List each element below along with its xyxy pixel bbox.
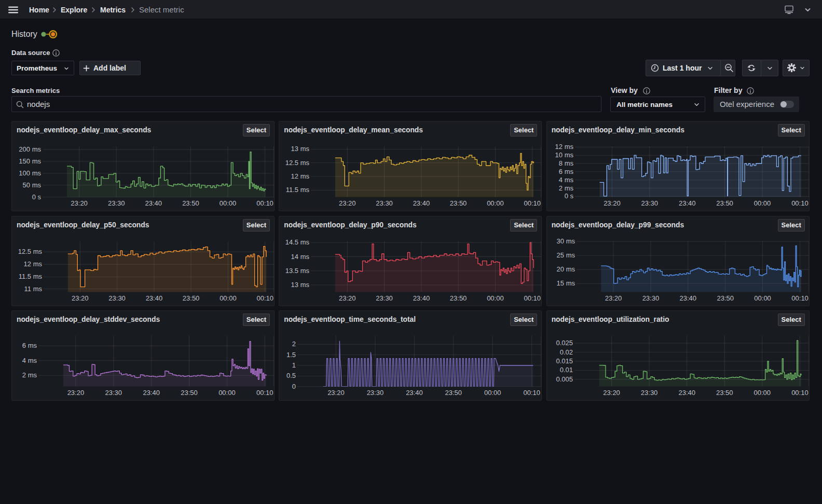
svg-text:23:40: 23:40 [679, 199, 696, 207]
svg-text:00:00: 00:00 [754, 389, 771, 397]
svg-text:00:10: 00:10 [256, 294, 273, 302]
svg-text:23:30: 23:30 [376, 199, 393, 207]
svg-text:00:00: 00:00 [754, 199, 771, 207]
svg-text:0.02: 0.02 [559, 348, 572, 356]
svg-text:23:40: 23:40 [406, 389, 423, 397]
svg-text:23:40: 23:40 [678, 389, 695, 397]
svg-text:13 ms: 13 ms [291, 281, 310, 289]
svg-text:23:30: 23:30 [105, 389, 122, 397]
svg-text:100 ms: 100 ms [19, 169, 41, 177]
svg-text:25 ms: 25 ms [556, 251, 575, 259]
svg-text:0.015: 0.015 [556, 357, 573, 365]
svg-text:00:00: 00:00 [220, 199, 237, 207]
svg-text:23:20: 23:20 [327, 389, 345, 397]
svg-text:23:50: 23:50 [183, 294, 200, 302]
svg-text:23:40: 23:40 [146, 294, 163, 302]
svg-text:23:20: 23:20 [67, 389, 85, 397]
svg-text:00:10: 00:10 [256, 389, 273, 397]
svg-text:23:20: 23:20 [71, 199, 88, 207]
svg-text:23:20: 23:20 [603, 389, 620, 397]
svg-text:00:00: 00:00 [754, 294, 771, 302]
svg-text:50 ms: 50 ms [23, 181, 42, 189]
svg-text:23:50: 23:50 [445, 389, 462, 397]
svg-text:6 ms: 6 ms [559, 168, 574, 175]
svg-text:150 ms: 150 ms [19, 157, 41, 165]
svg-text:0: 0 [292, 383, 296, 390]
svg-text:2 ms: 2 ms [22, 371, 37, 379]
svg-text:14.5 ms: 14.5 ms [285, 238, 310, 246]
svg-text:00:10: 00:10 [791, 294, 809, 302]
svg-text:10 ms: 10 ms [555, 151, 573, 159]
svg-text:23:20: 23:20 [339, 294, 356, 302]
svg-text:23:30: 23:30 [108, 294, 126, 302]
svg-text:23:50: 23:50 [716, 389, 733, 397]
svg-text:00:10: 00:10 [524, 294, 541, 302]
svg-text:11.5 ms: 11.5 ms [19, 273, 43, 280]
svg-text:23:40: 23:40 [145, 199, 162, 207]
svg-text:00:10: 00:10 [524, 389, 541, 397]
svg-text:23:50: 23:50 [450, 199, 467, 207]
svg-text:1: 1 [292, 361, 296, 369]
svg-text:23:30: 23:30 [641, 389, 658, 397]
svg-text:15 ms: 15 ms [556, 279, 575, 287]
svg-text:00:10: 00:10 [791, 199, 809, 207]
svg-text:12 ms: 12 ms [291, 172, 310, 180]
svg-text:13 ms: 13 ms [291, 145, 310, 153]
svg-text:23:20: 23:20 [339, 199, 356, 207]
svg-text:23:30: 23:30 [642, 294, 659, 302]
svg-text:11.5 ms: 11.5 ms [286, 186, 310, 194]
svg-text:23:20: 23:20 [605, 294, 622, 302]
svg-text:200 ms: 200 ms [19, 145, 41, 153]
svg-text:0.5: 0.5 [286, 372, 296, 380]
svg-text:30 ms: 30 ms [556, 237, 575, 245]
svg-text:23:30: 23:30 [641, 199, 658, 207]
svg-text:6 ms: 6 ms [22, 342, 37, 349]
svg-text:0.01: 0.01 [559, 366, 572, 374]
svg-text:11 ms: 11 ms [24, 284, 43, 292]
svg-text:2 ms: 2 ms [559, 184, 574, 192]
svg-text:23:30: 23:30 [367, 389, 384, 397]
svg-text:0 s: 0 s [564, 192, 573, 200]
svg-text:23:50: 23:50 [450, 294, 467, 302]
svg-text:12 ms: 12 ms [24, 260, 43, 268]
svg-text:4 ms: 4 ms [559, 176, 574, 184]
svg-text:00:10: 00:10 [524, 199, 541, 207]
svg-text:23:20: 23:20 [72, 294, 89, 302]
svg-text:0 s: 0 s [32, 193, 42, 201]
svg-text:00:00: 00:00 [484, 389, 501, 397]
svg-text:23:30: 23:30 [376, 294, 393, 302]
svg-text:23:50: 23:50 [182, 199, 199, 207]
svg-text:12 ms: 12 ms [555, 143, 573, 151]
svg-text:23:50: 23:50 [717, 294, 734, 302]
svg-text:4 ms: 4 ms [22, 357, 37, 364]
svg-text:00:00: 00:00 [487, 294, 504, 302]
svg-text:00:00: 00:00 [218, 389, 236, 397]
svg-text:23:40: 23:40 [143, 389, 160, 397]
svg-text:20 ms: 20 ms [556, 265, 575, 273]
svg-text:23:40: 23:40 [679, 294, 696, 302]
svg-text:0.005: 0.005 [556, 375, 573, 383]
svg-text:0.025: 0.025 [556, 339, 573, 347]
svg-text:2: 2 [292, 340, 296, 348]
svg-text:23:30: 23:30 [108, 199, 125, 207]
svg-text:13.5 ms: 13.5 ms [285, 266, 310, 274]
svg-text:1.5: 1.5 [286, 351, 296, 359]
svg-text:14 ms: 14 ms [291, 252, 310, 260]
svg-text:23:40: 23:40 [413, 199, 430, 207]
svg-text:8 ms: 8 ms [559, 159, 574, 167]
svg-text:23:50: 23:50 [716, 199, 733, 207]
svg-text:12.5 ms: 12.5 ms [285, 159, 310, 167]
svg-text:23:20: 23:20 [604, 199, 621, 207]
svg-text:23:40: 23:40 [413, 294, 430, 302]
svg-text:00:10: 00:10 [256, 199, 273, 207]
svg-text:00:10: 00:10 [791, 389, 809, 397]
svg-text:23:50: 23:50 [181, 389, 198, 397]
svg-text:00:00: 00:00 [220, 294, 237, 302]
svg-text:12.5 ms: 12.5 ms [18, 248, 43, 255]
svg-text:00:00: 00:00 [487, 199, 504, 207]
